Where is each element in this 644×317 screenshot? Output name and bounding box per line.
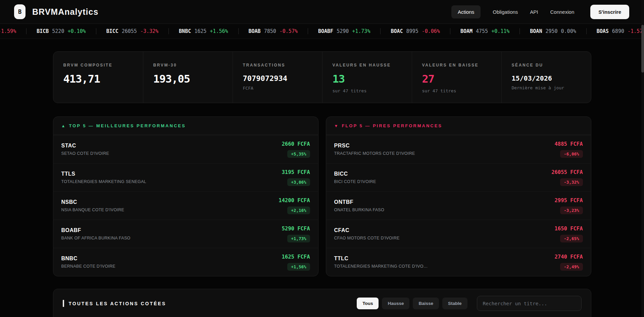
stock-price: 5290 FCFA	[282, 226, 310, 232]
stock-name: TRACTAFRIC MOTORS COTE D'IVOIRE	[334, 151, 415, 156]
stock-price: 2995 FCFA	[555, 197, 583, 203]
stock-symbol: CFAC	[334, 227, 400, 233]
stock-price: 26055 FCFA	[551, 169, 583, 175]
filter-hausse-button[interactable]: Hausse	[382, 298, 409, 309]
all-stocks-header: TOUTES LES ACTIONS COTÉES Tous Hausse Ba…	[53, 289, 591, 317]
page-scrollbar[interactable]	[641, 0, 644, 317]
stock-name: BANK OF AFRICA BURKINA FASO	[61, 236, 131, 240]
ticker-price: 5290	[337, 28, 349, 34]
nav-item-obligations[interactable]: Obligations	[493, 9, 518, 15]
top5-title-text: TOP 5 — MEILLEURES PERFORMANCES	[69, 123, 186, 128]
stock-symbol: STAC	[61, 143, 109, 149]
ticker-divider	[308, 28, 308, 34]
brand-logo-letter: B	[18, 8, 21, 15]
ticker-divider	[26, 28, 27, 34]
top5-row[interactable]: BOABFBANK OF AFRICA BURKINA FASO 5290 FC…	[53, 220, 318, 248]
top5-row[interactable]: STACSETAO COTE D'IVOIRE 2660 FCFA+5,35%	[53, 135, 318, 163]
stock-symbol: BNBC	[61, 256, 116, 262]
stat-subtext: FCFA	[243, 86, 312, 91]
top-navbar: B BRVMAnalytics Actions Obligations API …	[0, 0, 644, 24]
top5-row[interactable]: NSBCNSIA BANQUE COTE D'IVOIRE 14200 FCFA…	[53, 191, 318, 220]
ticker-change: -1.59%	[0, 28, 16, 34]
ticker-price: 26055	[122, 28, 137, 34]
stock-symbol: TTLS	[61, 171, 146, 177]
top5-row[interactable]: TTLSTOTALENERGIES MARKETING SENEGAL 3195…	[53, 163, 318, 191]
ticker-item: BICB 5220 +0.10%	[37, 28, 86, 34]
ticker-price: 7850	[264, 28, 276, 34]
stock-price: 3195 FCFA	[282, 169, 310, 175]
stock-name: SETAO COTE D'IVOIRE	[61, 151, 109, 156]
stock-price: 4885 FCFA	[555, 141, 583, 147]
change-badge: -3,23%	[560, 207, 583, 214]
nav-item-actions[interactable]: Actions	[451, 5, 481, 18]
ticker-symbol: BICB	[37, 28, 49, 34]
ticker-price: 5220	[52, 28, 64, 34]
ticker-item: -1.59%	[0, 28, 16, 34]
change-badge: +1,56%	[287, 263, 310, 271]
ticker-symbol: BICC	[106, 28, 118, 34]
filter-tous-button[interactable]: Tous	[357, 298, 379, 309]
filter-stable-button[interactable]: Stable	[442, 298, 467, 309]
stock-symbol: TTLC	[334, 256, 428, 262]
stat-label: VALEURS EN HAUSSE	[333, 63, 402, 67]
brand-title: BRVMAnalytics	[32, 7, 98, 17]
signup-button[interactable]: S'inscrire	[590, 5, 629, 19]
nav-item-connexion[interactable]: Connexion	[550, 9, 575, 15]
top5-row[interactable]: BNBCBERNABE COTE D'IVOIRE 1625 FCFA+1,56…	[53, 248, 318, 276]
ticker-change: +0.11%	[491, 28, 509, 34]
change-badge: -2,65%	[560, 235, 583, 242]
stock-name: TOTALENERGIES MARKETING COTE D'IVO…	[334, 264, 428, 269]
all-stocks-title: TOUTES LES ACTIONS COTÉES	[63, 300, 166, 307]
stat-brvm-composite: BRVM COMPOSITE 413,71	[53, 52, 143, 103]
stock-symbol: BOABF	[61, 227, 131, 233]
change-badge: -2,49%	[560, 263, 583, 271]
stock-price: 1650 FCFA	[555, 226, 583, 232]
change-badge: -6,06%	[560, 150, 583, 158]
stat-seance-date: SÉANCE DU 15/03/2026 Dernière mise à jou…	[501, 52, 591, 103]
scrollbar-thumb[interactable]	[641, 25, 644, 73]
ticker-symbol: BOAB	[249, 28, 261, 34]
change-badge: -3,32%	[560, 178, 583, 186]
stock-ticker-tape[interactable]: -1.59% BICB 5220 +0.10% BICC 26055 -3.32…	[0, 24, 644, 39]
flop5-row[interactable]: ONTBFONATEL BURKINA FASO 2995 FCFA-3,23%	[326, 191, 591, 220]
ticker-price: 1625	[194, 28, 206, 34]
stock-symbol: BICC	[334, 171, 376, 177]
ticker-price: 4755	[476, 28, 488, 34]
flop5-row[interactable]: PRSCTRACTAFRIC MOTORS COTE D'IVOIRE 4885…	[326, 135, 591, 163]
ticker-symbol: BOAN	[530, 28, 542, 34]
brand-logo-icon[interactable]: B	[14, 4, 26, 19]
filter-baisse-button[interactable]: Baisse	[413, 298, 439, 309]
stat-label: BRVM COMPOSITE	[63, 63, 133, 67]
stat-value: 413,71	[63, 73, 133, 85]
ticker-change: +1.73%	[352, 28, 370, 34]
stat-label: SÉANCE DU	[512, 63, 581, 67]
flop5-panel-title: ▼FLOP 5 — PIRES PERFORMANCES	[326, 117, 591, 135]
stock-symbol: NSBC	[61, 199, 125, 205]
stock-price: 2660 FCFA	[282, 141, 310, 147]
flop5-row[interactable]: CFACCFAO MOTORS COTE D'IVOIRE 1650 FCFA-…	[326, 220, 591, 248]
top5-panel-title: ▲TOP 5 — MEILLEURES PERFORMANCES	[53, 117, 318, 135]
stat-subtext: sur 47 titres	[333, 88, 402, 93]
ticker-change: +0.10%	[67, 28, 86, 34]
ticker-symbol: BOABF	[318, 28, 333, 34]
stock-name: CFAO MOTORS COTE D'IVOIRE	[334, 236, 400, 240]
nav-item-api[interactable]: API	[530, 9, 538, 15]
flop5-row[interactable]: TTLCTOTALENERGIES MARKETING COTE D'IVO… …	[326, 248, 591, 276]
all-stocks-controls: Tous Hausse Baisse Stable	[357, 296, 581, 311]
stat-transactions: TRANSACTIONS 7079072934 FCFA	[233, 52, 322, 103]
ticker-divider	[586, 28, 587, 34]
down-triangle-icon: ▼	[334, 124, 339, 128]
ticker-item: BOAM 4755 +0.11%	[460, 28, 509, 34]
ticker-change: -0.57%	[280, 28, 298, 34]
up-triangle-icon: ▲	[61, 124, 66, 128]
flop5-row[interactable]: BICCBICI COTE D'IVOIRE 26055 FCFA-3,32%	[326, 163, 591, 191]
stat-value: 27	[422, 73, 491, 85]
ticker-item: BOABF 5290 +1.73%	[318, 28, 370, 34]
ticker-divider	[238, 28, 239, 34]
ticker-price: 6890	[612, 28, 624, 34]
ticker-price: 2950	[545, 28, 557, 34]
ticker-price: 8995	[406, 28, 418, 34]
stock-name: BICI COTE D'IVOIRE	[334, 179, 376, 184]
search-input[interactable]	[477, 296, 582, 311]
all-stocks-title-text: TOUTES LES ACTIONS COTÉES	[69, 301, 166, 306]
